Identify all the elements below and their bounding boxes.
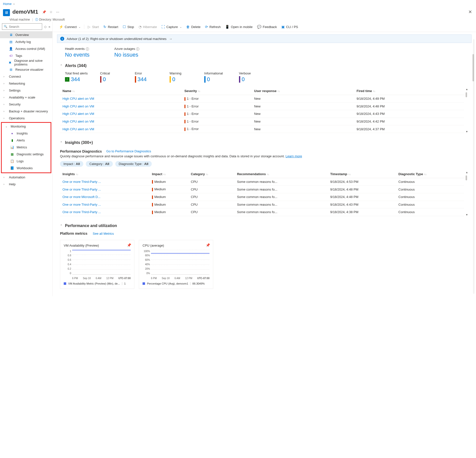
alert-name-link[interactable]: High CPU alert on VM [62, 120, 94, 123]
feedback-button[interactable]: 💬Feedback [255, 24, 279, 30]
col-recommendations[interactable]: Recommendations↑↓ [235, 170, 328, 178]
table-row[interactable]: High CPU alert on VM 1 - Error New9/18/2… [60, 118, 464, 125]
search-input[interactable] [9, 25, 40, 29]
stop-button[interactable]: ☐Stop [121, 24, 136, 30]
col-impact[interactable]: Impact↑↓ [149, 170, 188, 178]
breadcrumb-home[interactable]: Home [3, 2, 12, 6]
capture-button[interactable]: ⛶Capture⌄ [159, 24, 184, 30]
col-name[interactable]: Name↑↓ [60, 87, 182, 95]
favorite-icon[interactable]: ☆ [50, 10, 53, 14]
sidebar-item-overview[interactable]: 🖥Overview [0, 31, 52, 38]
alert-name-link[interactable]: High CPU alert on VM [62, 104, 94, 108]
alerts-scrollbar[interactable]: ▲ ▼ [465, 87, 469, 133]
search-input-wrap[interactable]: 🔍 [2, 23, 42, 30]
sidebar-item-diagnostic-settings[interactable]: ▦Diagnostic settings [2, 151, 51, 158]
insight-link[interactable]: One or more Third-Party ... [62, 188, 101, 191]
scroll-up-icon[interactable]: ▲ [466, 88, 468, 91]
connect-button[interactable]: ⚡Connect⌄ [57, 24, 83, 30]
sidebar-item-tags[interactable]: 🏷Tags [0, 52, 52, 59]
sidebar-group-automation[interactable]: ›Automation [0, 174, 52, 181]
sidebar-item-metrics[interactable]: 📊Metrics [2, 144, 51, 151]
sidebar-item-resource-visualizer[interactable]: ⊞Resource visualizer [0, 66, 52, 73]
health-events-value[interactable]: No events [65, 52, 89, 58]
perf-diag-desc: Quickly diagnose performance and resourc… [60, 154, 469, 158]
close-icon[interactable]: ✕ [468, 9, 472, 15]
insight-link[interactable]: One or more Third-Party ... [62, 203, 101, 206]
scroll-down-icon[interactable]: ▼ [466, 213, 468, 216]
alert-name-link[interactable]: High CPU alert on VM [62, 97, 94, 100]
sidebar-group-security[interactable]: ›Security [0, 101, 52, 108]
chart-plot[interactable]: 100%80%60%40%20%0% 6 PMSep 186 AM12 PMUT… [143, 250, 209, 280]
insight-link[interactable]: One or more Third-Party ... [62, 210, 101, 214]
table-row[interactable]: High CPU alert on VM 1 - Error New9/18/2… [60, 110, 464, 118]
page-title: demoVM1 [12, 9, 38, 15]
see-all-metrics-link[interactable]: See all Metrics [93, 232, 114, 235]
perf-diag-link[interactable]: Go to Performance Diagnostics [106, 149, 151, 153]
open-mobile-button[interactable]: 📱Open in mobile [223, 24, 254, 30]
col-severity[interactable]: Severity↑↓ [182, 87, 252, 95]
pin-icon[interactable]: 📌 [127, 243, 131, 247]
col-fired[interactable]: Fired time↑↓ [354, 87, 464, 95]
table-row[interactable]: High CPU alert on VM 1 - Error New9/18/2… [60, 125, 464, 133]
sidebar-item-access-control-iam-[interactable]: 👤Access control (IAM) [0, 45, 52, 52]
filter-pill[interactable]: Impact : All [60, 161, 83, 167]
page-scrollbar[interactable] [473, 39, 475, 294]
collapse-sidebar-icon[interactable]: « [49, 25, 50, 29]
sidebar-item-activity-log[interactable]: ▤Activity log [0, 38, 52, 45]
sidebar-group-networking[interactable]: ›Networking [0, 80, 52, 87]
sidebar-item-workbooks[interactable]: 📘Workbooks [2, 164, 51, 171]
col-diag-type[interactable]: Diagnostic Type↑↓ [396, 170, 464, 178]
col-insights[interactable]: Insights↑↓ [60, 170, 149, 178]
alert-name-link[interactable]: High CPU alert on VM [62, 112, 94, 116]
refresh-button[interactable]: ⟳Refresh [203, 24, 223, 30]
filter-pill[interactable]: Diagnostic Type : All [115, 161, 152, 167]
sidebar-group-settings[interactable]: ›Settings [0, 87, 52, 94]
table-row[interactable]: One or more Third-Party ... Medium CPUSo… [60, 178, 464, 186]
insights-section-header[interactable]: ⌃ Insights (300+) [60, 140, 469, 145]
sidebar-group-availability-scale[interactable]: ›Availability + scale [0, 94, 52, 101]
more-icon[interactable]: ⋯ [56, 10, 59, 14]
sidebar-group-operations[interactable]: ›Operations [0, 115, 52, 122]
perf-util-section-header[interactable]: ⌃ Performance and utilization [60, 224, 469, 228]
delete-button[interactable]: 🗑Delete [184, 24, 203, 30]
col-response[interactable]: User response↑↓ [252, 87, 354, 95]
sidebar-item-diagnose-and-solve-problems[interactable]: ✖Diagnose and solve problems [0, 59, 52, 66]
sidebar-item-insights[interactable]: ●Insights [2, 130, 51, 137]
insight-link[interactable]: One or more Microsoft D... [62, 195, 100, 199]
capture-icon: ⛶ [161, 25, 165, 29]
nav-item-icon: 📋 [10, 159, 14, 163]
table-row[interactable]: One or more Third-Party ... Medium CPUSo… [60, 201, 464, 208]
alerts-section-header[interactable]: ⌃ Alerts (344) [60, 64, 469, 68]
col-category[interactable]: Category↑↓ [188, 170, 235, 178]
stat-critical: Critical0 [100, 71, 122, 83]
info-icon[interactable]: i [86, 47, 89, 51]
sidebar-group-connect[interactable]: ›Connect [0, 73, 52, 80]
sidebar-group-monitoring[interactable]: ⌄ Monitoring [2, 123, 51, 130]
insights-scrollbar[interactable]: ▲ ▼ [465, 170, 469, 216]
pin-icon[interactable]: 📌 [206, 243, 210, 247]
alert-name-link[interactable]: High CPU alert on VM [62, 127, 94, 131]
advisor-banner[interactable]: i Advisor (1 of 2): Right-size or shutdo… [57, 34, 472, 43]
scroll-up-icon[interactable]: ▲ [466, 171, 468, 174]
sidebar-item-logs[interactable]: 📋Logs [2, 158, 51, 164]
sidebar-group-help[interactable]: ›Help [0, 181, 52, 188]
restart-button[interactable]: ↻Restart [101, 24, 120, 30]
table-row[interactable]: High CPU alert on VM 1 - Error New9/18/2… [60, 102, 464, 110]
chart-plot[interactable]: 10.80.60.40.20 6 PMSep 186 AM12 PMUTC-07… [64, 250, 131, 280]
table-row[interactable]: High CPU alert on VM 1 - Error New9/18/2… [60, 95, 464, 103]
learn-more-link[interactable]: Learn more [286, 154, 302, 158]
expand-all-icon[interactable]: ◇ [44, 25, 47, 29]
table-row[interactable]: One or more Third-Party ... Medium CPUSo… [60, 186, 464, 193]
insight-link[interactable]: One or more Third-Party ... [62, 180, 101, 184]
col-timestamp[interactable]: Timestamp↑↓ [328, 170, 396, 178]
cli-button[interactable]: ▣CLI / PS [279, 24, 300, 30]
info-icon[interactable]: i [136, 47, 139, 51]
table-row[interactable]: One or more Third-Party ... Medium CPUSo… [60, 208, 464, 216]
sidebar-item-alerts[interactable]: ▮Alerts [2, 137, 51, 144]
table-row[interactable]: One or more Microsoft D... Medium CPUSom… [60, 193, 464, 201]
pin-icon[interactable]: 📌 [42, 10, 46, 14]
sidebar-group-backup-disaster-recovery[interactable]: ›Backup + disaster recovery [0, 108, 52, 115]
filter-pill[interactable]: Category : All [86, 161, 113, 167]
scroll-down-icon[interactable]: ▼ [466, 130, 468, 133]
azure-outages-value[interactable]: No issues [114, 52, 139, 58]
